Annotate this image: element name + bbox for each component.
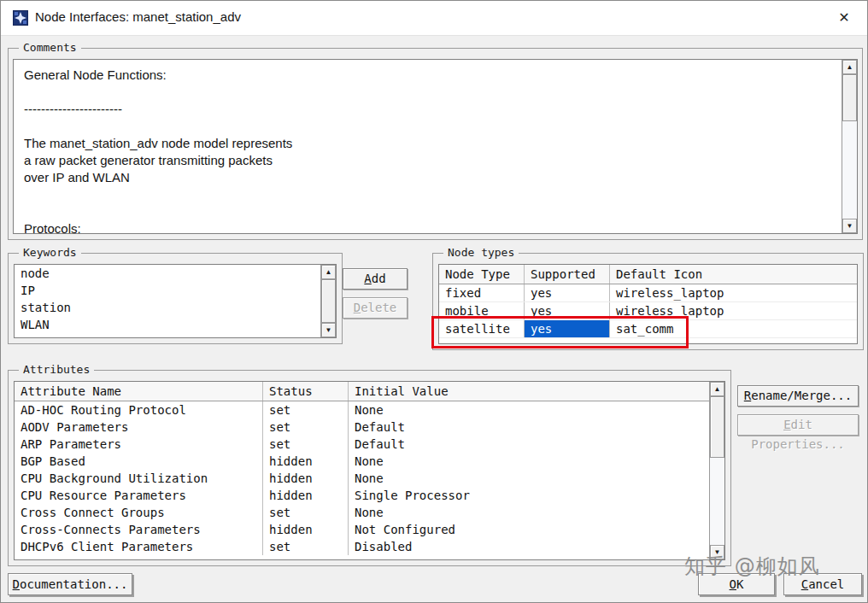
node-type-row: mobile yes wireless_laptop — [439, 302, 857, 320]
initial-value-cell[interactable]: Default — [349, 419, 709, 436]
attribute-name-cell[interactable]: DHCPv6 Client Parameters — [15, 538, 263, 555]
scrollbar-track[interactable] — [842, 74, 857, 219]
supported-cell-selected[interactable]: yes — [525, 320, 610, 337]
status-cell[interactable]: hidden — [263, 453, 349, 470]
column-header: Attribute Name — [15, 382, 263, 401]
keyword-item[interactable]: WLAN — [15, 316, 320, 333]
attribute-row: DHCPv6 Client Parameters set Disabled — [15, 538, 709, 555]
attribute-name-cell[interactable]: ARP Parameters — [15, 436, 263, 453]
supported-cell[interactable]: yes — [525, 284, 610, 302]
close-icon[interactable]: ✕ — [835, 9, 853, 27]
initial-value-cell[interactable]: None — [349, 453, 709, 470]
rename-merge-button[interactable]: Rename/Merge... — [737, 385, 859, 407]
scroll-down-icon: ▼ — [326, 326, 332, 334]
default-icon-cell[interactable]: wireless_laptop — [610, 284, 857, 302]
keyword-item[interactable]: IP — [15, 282, 320, 299]
keyword-item[interactable]: node — [15, 265, 320, 282]
attribute-row: AD-HOC Routing Protocol set None — [15, 401, 709, 419]
scrollbar-thumb[interactable] — [842, 74, 857, 121]
scroll-up-icon: ▲ — [714, 385, 721, 393]
attribute-name-cell[interactable]: AD-HOC Routing Protocol — [15, 401, 263, 419]
default-icon-cell[interactable]: wireless_laptop — [610, 302, 857, 319]
scroll-up-icon: ▲ — [847, 63, 853, 71]
node-type-row: satellite yes sat_comm — [439, 320, 857, 338]
keywords-scrollbar[interactable]: ▲ ▼ — [320, 265, 336, 337]
scrollbar-thumb[interactable] — [321, 279, 336, 323]
initial-value-cell[interactable]: None — [349, 401, 709, 419]
scrollbar-track[interactable] — [710, 396, 724, 545]
edit-properties-button[interactable]: Edit Properties... — [737, 414, 859, 436]
scroll-up-button[interactable]: ▲ — [710, 382, 724, 396]
default-icon-cell[interactable]: sat_comm — [610, 320, 857, 337]
supported-cell[interactable]: yes — [525, 302, 610, 319]
attributes-group-label: Attributes — [19, 363, 94, 376]
title-bar: Node Interfaces: manet_station_adv ✕ — [1, 1, 867, 36]
status-cell[interactable]: hidden — [263, 470, 349, 487]
scrollbar-thumb[interactable] — [710, 396, 724, 458]
initial-value-cell[interactable]: Not Configured — [349, 521, 709, 538]
initial-value-cell[interactable]: Default — [349, 436, 709, 453]
initial-value-cell[interactable]: None — [349, 470, 709, 487]
scroll-up-button[interactable]: ▲ — [842, 60, 857, 74]
add-button[interactable]: Add — [343, 268, 408, 290]
scroll-up-button[interactable]: ▲ — [321, 265, 336, 279]
delete-button[interactable]: Delete — [343, 297, 408, 319]
node-types-group: Node types Node Type Supported Default I… — [432, 253, 864, 350]
scroll-down-button[interactable]: ▼ — [842, 219, 857, 233]
node-types-group-label: Node types — [443, 246, 519, 259]
scrollbar-track[interactable] — [321, 279, 336, 323]
status-cell[interactable]: set — [263, 419, 349, 436]
node-types-header-row: Node Type Supported Default Icon — [439, 265, 857, 284]
comments-textarea[interactable]: General Node Functions: ----------------… — [13, 59, 858, 234]
attributes-table: Attribute Name Status Initial Value AD-H… — [14, 381, 725, 560]
comments-group: Comments General Node Functions: -------… — [8, 48, 863, 240]
documentation-button[interactable]: Documentation... — [8, 573, 132, 595]
attribute-name-cell[interactable]: Cross Connect Groups — [15, 504, 263, 521]
column-header: Node Type — [439, 265, 525, 284]
status-cell[interactable]: set — [263, 436, 349, 453]
comments-text: General Node Functions: ----------------… — [14, 60, 842, 233]
node-type-row: fixed yes wireless_laptop — [439, 284, 857, 302]
initial-value-cell[interactable]: Single Processor — [349, 487, 709, 504]
keywords-group-label: Keywords — [19, 246, 81, 259]
node-type-cell[interactable]: fixed — [439, 284, 525, 302]
keywords-group: Keywords node IP station WLAN ▲ ▼ — [8, 253, 343, 344]
scroll-down-button[interactable]: ▼ — [321, 323, 336, 337]
column-header: Supported — [525, 265, 610, 284]
node-types-table: Node Type Supported Default Icon fixed y… — [438, 264, 858, 344]
attribute-name-cell[interactable]: AODV Parameters — [15, 419, 263, 436]
attribute-name-cell[interactable]: Cross-Connects Parameters — [15, 521, 263, 538]
attributes-header-row: Attribute Name Status Initial Value — [15, 382, 709, 401]
attribute-row: AODV Parameters set Default — [15, 419, 709, 436]
attribute-name-cell[interactable]: CPU Background Utilization — [15, 470, 263, 487]
initial-value-cell[interactable]: None — [349, 504, 709, 521]
attribute-row: CPU Resource Parameters hidden Single Pr… — [15, 487, 709, 504]
status-cell[interactable]: hidden — [263, 521, 349, 538]
attribute-row: BGP Based hidden None — [15, 453, 709, 470]
attribute-name-cell[interactable]: CPU Resource Parameters — [15, 487, 263, 504]
attribute-row: ARP Parameters set Default — [15, 436, 709, 453]
status-cell[interactable]: set — [263, 401, 349, 419]
status-cell[interactable]: set — [263, 504, 349, 521]
watermark: 知乎 @柳如风 — [684, 553, 820, 580]
comments-group-label: Comments — [19, 41, 81, 54]
node-interfaces-dialog: Node Interfaces: manet_station_adv ✕ Com… — [0, 0, 868, 603]
keyword-item[interactable]: station — [15, 299, 320, 316]
attributes-group: Attributes Attribute Name Status Initial… — [8, 370, 731, 566]
attribute-row: Cross-Connects Parameters hidden Not Con… — [15, 521, 709, 538]
status-cell[interactable]: set — [263, 538, 349, 555]
node-type-cell[interactable]: mobile — [439, 302, 525, 319]
attribute-name-cell[interactable]: BGP Based — [15, 453, 263, 470]
scroll-down-icon: ▼ — [847, 222, 853, 230]
attribute-row: CPU Background Utilization hidden None — [15, 470, 709, 487]
initial-value-cell[interactable]: Disabled — [349, 538, 709, 555]
keywords-list[interactable]: node IP station WLAN ▲ ▼ — [14, 264, 337, 338]
node-type-cell[interactable]: satellite — [439, 320, 525, 337]
column-header: Initial Value — [349, 382, 709, 401]
column-header: Default Icon — [610, 265, 857, 284]
attributes-scrollbar[interactable]: ▲ ▼ — [709, 382, 724, 559]
column-header: Status — [263, 382, 349, 401]
comments-scrollbar[interactable]: ▲ ▼ — [842, 60, 857, 233]
status-cell[interactable]: hidden — [263, 487, 349, 504]
window-title: Node Interfaces: manet_station_adv — [35, 9, 241, 24]
